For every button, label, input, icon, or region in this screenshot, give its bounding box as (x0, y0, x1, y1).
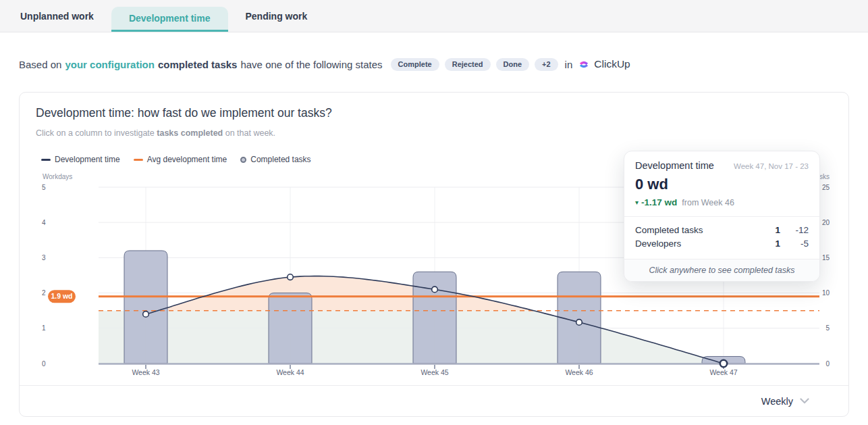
clickup-label: ClickUp (594, 58, 630, 70)
frequency-value[interactable]: Weekly (761, 396, 793, 407)
point-week-43[interactable] (143, 311, 149, 318)
axis-text: 2 (42, 289, 46, 297)
dot-swatch-icon (240, 157, 246, 163)
axis-text: 25 (822, 184, 830, 191)
point-week-44[interactable] (288, 274, 294, 280)
chart-title: Development time: how fast do we impleme… (36, 106, 332, 120)
axis-text: Week 44 (276, 368, 304, 376)
desc-bold: completed tasks (158, 59, 238, 70)
chart-subtitle: Click on a column to investigate tasks c… (36, 128, 275, 138)
state-badge-rejected: Rejected (445, 58, 491, 71)
bar-week-44[interactable] (269, 293, 312, 364)
point-week-46[interactable] (576, 320, 582, 326)
axis-text: 5 (42, 184, 46, 191)
state-badge-more[interactable]: +2 (535, 58, 558, 71)
tab-bar: Unplanned work Development time Pending … (0, 0, 868, 32)
bar-week-43[interactable] (124, 251, 167, 364)
point-week-45[interactable] (432, 286, 438, 293)
axis-text: 3 (42, 254, 46, 261)
tooltip-row-developers: Developers 1 -5 (635, 237, 809, 251)
tooltip-row-completed-tasks: Completed tasks 1 -12 (635, 224, 809, 237)
legend-development-time: Development time (41, 155, 120, 164)
axis-text: Week 46 (565, 368, 593, 376)
axis-text: Week 47 (709, 368, 737, 376)
axis-text: 4 (42, 219, 46, 226)
tooltip-delta: ▾ -1.17 wd from Week 46 (624, 193, 819, 217)
bar-week-45[interactable] (413, 272, 456, 364)
axis-text: 0 (42, 360, 46, 368)
legend-avg-development-time: Avg development time (134, 155, 227, 164)
config-description: Based on your configuration completed ta… (19, 55, 856, 73)
axis-text: 1.9 wd (51, 292, 72, 300)
dashboard-page: Unplanned work Development time Pending … (0, 0, 868, 425)
tab-unplanned-work[interactable]: Unplanned work (3, 0, 111, 32)
state-badge-complete: Complete (391, 58, 439, 71)
tooltip-delta-value: -1.17 wd (641, 197, 677, 207)
navy-line-swatch-icon (41, 159, 51, 161)
tooltip-period: Week 47, Nov 17 - 23 (734, 162, 809, 170)
state-badge-done: Done (496, 58, 530, 71)
axis-text: Week 45 (421, 368, 448, 376)
orange-line-swatch-icon (134, 159, 143, 161)
tooltip-value: 0 wd (624, 171, 819, 193)
tab-development-time[interactable]: Development time (111, 7, 228, 32)
desc-middle: have one of the following states (240, 59, 382, 70)
desc-connector: in (565, 59, 573, 70)
chart-tooltip: Development time Week 47, Nov 17 - 23 0 … (624, 151, 820, 282)
axis-text: 1 (42, 324, 46, 332)
state-badges: Complete Rejected Done +2 (391, 58, 558, 71)
area-above-reference (161, 276, 531, 311)
point-week-47[interactable] (720, 360, 727, 367)
axis-text: 5 (825, 324, 830, 332)
legend-completed-tasks: Completed tasks (240, 155, 310, 164)
tooltip-footer-hint: Click anywhere to see completed tasks (624, 259, 819, 281)
desc-prefix: Based on (19, 59, 61, 70)
tooltip-delta-suffix: from Week 46 (682, 198, 734, 207)
clickup-logo-icon (578, 58, 590, 70)
axis-text: 10 (822, 289, 830, 297)
axis-text: Workdays (43, 173, 72, 180)
chevron-down-icon (800, 398, 809, 404)
axis-text: 0 (825, 360, 830, 368)
tab-pending-work[interactable]: Pending work (228, 0, 325, 32)
bar-week-46[interactable] (558, 272, 601, 364)
tooltip-title: Development time (635, 160, 714, 171)
chart-legend: Development time Avg development time Co… (41, 155, 311, 164)
axis-text: 20 (822, 219, 830, 226)
configuration-link[interactable]: your configuration (65, 59, 155, 70)
axis-text: Week 43 (132, 368, 159, 376)
axis-text: 15 (822, 254, 830, 261)
frequency-selector[interactable]: Weekly (20, 385, 848, 416)
area-below-reference (99, 310, 724, 364)
triangle-down-icon: ▾ (635, 199, 639, 206)
